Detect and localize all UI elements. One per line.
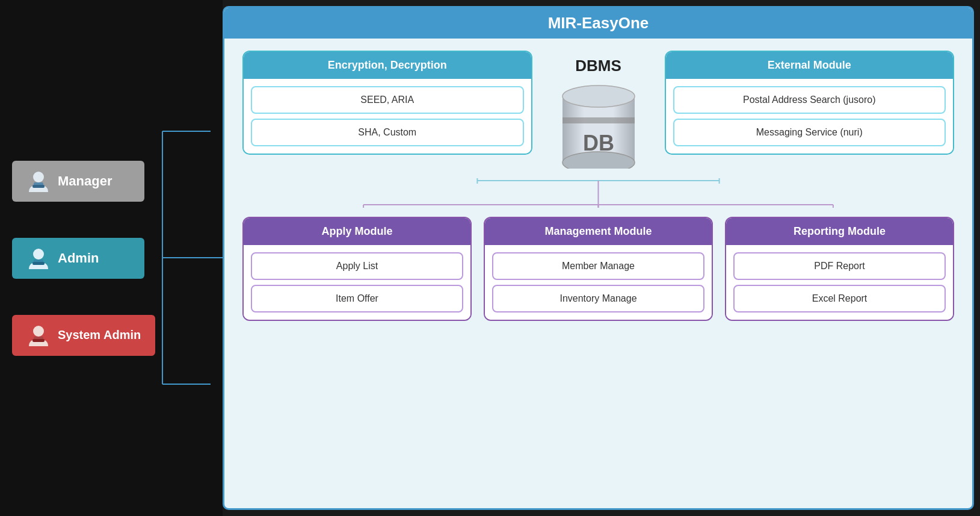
management-module-header: Management Module [485,218,712,245]
manager-row: Manager [12,161,144,202]
sha-custom-item: SHA, Custom [251,119,524,146]
svg-point-15 [562,85,635,107]
reporting-module-body: PDF Report Excel Report [726,245,953,320]
manager-box: Manager [12,161,144,202]
admin-row: Admin [12,238,144,279]
manager-avatar-icon [26,169,51,193]
svg-rect-10 [32,262,45,265]
external-card: External Module Postal Address Search (j… [665,51,955,155]
pdf-report-item: PDF Report [733,252,946,280]
external-header: External Module [666,52,954,79]
connector-lines [242,178,954,208]
admin-label: Admin [58,250,99,266]
sysadmin-row: System Admin [12,315,155,356]
right-panel: MIR-EasyOne Encryption, Decryption SEED,… [223,6,974,510]
inventory-manage-item: Inventory Manage [492,285,704,312]
apply-list-item: Apply List [251,252,463,280]
messaging-item: Messaging Service (nuri) [673,119,946,146]
item-offer-item: Item Offer [251,285,463,312]
svg-rect-7 [32,185,45,188]
manager-label: Manager [58,173,112,189]
main-title: MIR-EasyOne [224,8,972,39]
svg-point-11 [33,326,44,337]
encryption-body: SEED, ARIA SHA, Custom [244,79,531,154]
diagram-content: Encryption, Decryption SEED, ARIA SHA, C… [224,39,972,508]
encryption-header: Encryption, Decryption [244,52,531,79]
sysadmin-box: System Admin [12,315,155,356]
seed-aria-item: SEED, ARIA [251,86,524,114]
admin-box: Admin [12,238,144,279]
management-module-card: Management Module Member Manage Inventor… [484,217,713,321]
apply-module-header: Apply Module [244,218,470,245]
external-body: Postal Address Search (jusoro) Messaging… [666,79,954,154]
vertical-connector [161,0,164,516]
member-manage-item: Member Manage [492,252,704,280]
dbms-container: DBMS DB [544,51,653,169]
left-panel: Manager Admin System Admin [0,0,223,516]
excel-report-item: Excel Report [733,285,946,312]
encryption-card: Encryption, Decryption SEED, ARIA SHA, C… [242,51,532,155]
connector-area [242,178,954,208]
dbms-label: DBMS [575,57,621,75]
postal-item: Postal Address Search (jusoro) [673,86,946,114]
svg-rect-13 [32,339,45,342]
svg-point-5 [33,172,44,182]
sysadmin-avatar-icon [26,323,51,347]
svg-point-8 [33,249,44,260]
bottom-row: Apply Module Apply List Item Offer Manag… [242,217,954,321]
svg-text:DB: DB [583,131,614,155]
top-row: Encryption, Decryption SEED, ARIA SHA, C… [242,51,954,169]
admin-avatar-icon [26,246,51,270]
dbms-cylinder-icon: DB [556,78,641,169]
sysadmin-label: System Admin [58,328,141,342]
apply-module-card: Apply Module Apply List Item Offer [242,217,472,321]
svg-rect-16 [562,117,635,123]
reporting-module-header: Reporting Module [726,218,953,245]
apply-module-body: Apply List Item Offer [244,245,470,320]
management-module-body: Member Manage Inventory Manage [485,245,712,320]
reporting-module-card: Reporting Module PDF Report Excel Report [725,217,954,321]
